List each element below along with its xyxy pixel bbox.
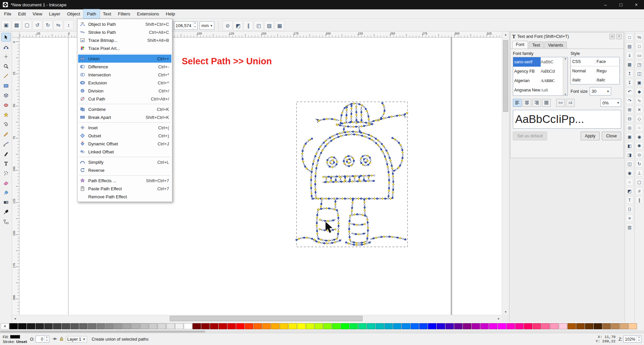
tool-text[interactable] bbox=[1, 159, 11, 168]
text-horizontal-button[interactable]: A bbox=[556, 99, 565, 107]
menu-layer[interactable]: Layer bbox=[46, 9, 64, 18]
palette-swatch[interactable] bbox=[350, 323, 358, 329]
palette-swatch[interactable] bbox=[506, 323, 515, 329]
palette-swatch[interactable] bbox=[149, 323, 157, 329]
font-style-list[interactable]: CSSFaceNormalReguItalicItalic bbox=[571, 57, 620, 84]
import-icon[interactable]: ↥ bbox=[626, 70, 633, 77]
tab-font[interactable]: Font bbox=[512, 41, 528, 49]
snap-bounding-box-icon[interactable]: □ bbox=[636, 43, 643, 50]
palette-swatch[interactable] bbox=[18, 323, 26, 329]
duplicate-icon[interactable]: ◧ bbox=[626, 142, 633, 149]
select-all-icon[interactable]: ▣ bbox=[1, 20, 11, 30]
palette-swatch[interactable] bbox=[210, 323, 218, 329]
menu-item-difference[interactable]: DifferenceCtrl+- bbox=[78, 63, 171, 71]
palette-swatch[interactable] bbox=[70, 323, 79, 329]
tool-paint-bucket[interactable] bbox=[1, 188, 11, 197]
last-set-style-icon[interactable]: ◩ bbox=[233, 21, 243, 30]
palette-swatch[interactable] bbox=[27, 323, 35, 329]
snap-smooth-nodes-icon[interactable]: ○ bbox=[636, 124, 643, 131]
palette-swatch[interactable] bbox=[201, 323, 210, 329]
menu-item-combine[interactable]: CombineCtrl+K bbox=[78, 105, 171, 113]
palette-swatch[interactable] bbox=[419, 323, 428, 329]
tool-connector[interactable] bbox=[1, 217, 11, 226]
vertical-scroll-thumb[interactable] bbox=[503, 40, 508, 112]
zoom-page-icon[interactable]: ▣ bbox=[626, 133, 633, 140]
palette-swatch[interactable] bbox=[219, 323, 227, 329]
menu-view[interactable]: View bbox=[29, 9, 46, 18]
vertical-ruler[interactable]: 0255075100125150175200 bbox=[12, 38, 19, 315]
palette-swatch[interactable] bbox=[341, 323, 349, 329]
palette-swatch[interactable] bbox=[53, 323, 61, 329]
menu-item-exclusion[interactable]: ExclusionCtrl+^ bbox=[78, 79, 171, 87]
tool-gradient[interactable] bbox=[1, 198, 11, 207]
deselect-icon[interactable]: ▢ bbox=[22, 20, 32, 30]
paste-icon[interactable]: ⊟ bbox=[626, 115, 633, 122]
menu-item-object-to-path[interactable]: Object to PathShift+Ctrl+C bbox=[78, 20, 171, 28]
palette-swatch[interactable] bbox=[498, 323, 506, 329]
palette-swatch[interactable] bbox=[629, 323, 637, 329]
tool-tweak[interactable] bbox=[1, 52, 11, 61]
palette-swatch[interactable] bbox=[280, 323, 288, 329]
palette-swatch[interactable] bbox=[9, 323, 18, 329]
scale-rounded-corners-icon[interactable]: ◰ bbox=[254, 21, 264, 30]
palette-swatch[interactable] bbox=[123, 323, 131, 329]
palette-swatch[interactable] bbox=[245, 323, 253, 329]
tool-spiral[interactable] bbox=[1, 120, 11, 129]
palette-scroll-thumb[interactable] bbox=[0, 331, 205, 333]
layer-selector[interactable]: Layer 1 ▼ bbox=[66, 336, 88, 343]
fill-stroke-indicator[interactable]: Fill: Stroke:Unset bbox=[3, 335, 27, 344]
snap-cusp-nodes-icon[interactable]: ◇ bbox=[636, 115, 643, 122]
palette-swatch[interactable] bbox=[602, 323, 611, 329]
palette-swatch[interactable] bbox=[332, 323, 340, 329]
tool-node-editor[interactable] bbox=[1, 43, 11, 51]
align-center-button[interactable] bbox=[523, 99, 531, 107]
flip-horizontal-icon[interactable]: ⇋ bbox=[53, 20, 63, 30]
palette-swatch[interactable] bbox=[515, 323, 524, 329]
palette-swatch[interactable] bbox=[550, 323, 558, 329]
font-size-combo[interactable]: 30 ▼ bbox=[590, 87, 611, 95]
menu-item-simplify[interactable]: SimplifyCtrl+L bbox=[78, 158, 171, 166]
horizontal-scroll-thumb[interactable] bbox=[170, 316, 363, 321]
snap-bbox-centers-icon[interactable]: ▣ bbox=[636, 79, 643, 86]
menu-item-union[interactable]: UnionCtrl++ bbox=[78, 55, 171, 63]
tool-bezier-pen[interactable] bbox=[1, 140, 11, 148]
palette-swatch[interactable] bbox=[376, 323, 384, 329]
menu-item-reverse[interactable]: Reverse bbox=[78, 166, 171, 174]
new-document-icon[interactable]: □ bbox=[626, 33, 633, 41]
menu-item-dynamic-offset[interactable]: Dynamic OffsetCtrl+J bbox=[78, 140, 171, 148]
create-clone-icon[interactable]: ◨ bbox=[626, 151, 633, 158]
snap-enable-icon[interactable]: % bbox=[636, 33, 643, 41]
palette-swatch[interactable] bbox=[594, 323, 602, 329]
y-spinner[interactable]: ▲▼ bbox=[193, 22, 197, 29]
maximize-button[interactable]: □ bbox=[613, 0, 629, 9]
palette-swatch[interactable] bbox=[489, 323, 497, 329]
undo-icon[interactable]: ↶ bbox=[626, 88, 633, 95]
font-family-option[interactable]: Agency FBAaBbCcIi bbox=[513, 67, 563, 76]
palette-swatch[interactable] bbox=[411, 323, 419, 329]
font-style-option[interactable]: NormalRegu bbox=[571, 66, 620, 75]
ruler-corner[interactable] bbox=[12, 31, 19, 38]
copy-icon[interactable]: ⊞ bbox=[626, 106, 633, 113]
menu-item-intersection[interactable]: IntersectionCtrl+* bbox=[78, 71, 171, 79]
font-list-scrollbar[interactable]: ▲▼ bbox=[563, 57, 568, 95]
palette-swatch[interactable] bbox=[105, 323, 114, 329]
menu-item-outset[interactable]: OutsetCtrl+) bbox=[78, 132, 171, 140]
palette-swatch[interactable] bbox=[97, 323, 105, 329]
opacity-value[interactable]: 0 bbox=[36, 337, 45, 342]
tool-rectangle[interactable] bbox=[1, 81, 11, 90]
align-distribute-icon[interactable]: ≡ bbox=[626, 214, 633, 222]
y-coordinate-field[interactable]: 106,574 ▲▼ bbox=[174, 21, 198, 30]
menu-help[interactable]: Help bbox=[162, 9, 178, 18]
palette-swatch[interactable] bbox=[254, 323, 262, 329]
align-left-button[interactable] bbox=[513, 99, 522, 107]
palette-swatch[interactable] bbox=[88, 323, 96, 329]
ungroup-icon[interactable]: ○ bbox=[626, 178, 633, 186]
menu-filters[interactable]: Filters bbox=[114, 9, 133, 18]
layer-visibility-eye-icon[interactable] bbox=[52, 336, 57, 342]
palette-swatch[interactable] bbox=[541, 323, 550, 329]
open-document-icon[interactable]: ▤ bbox=[626, 43, 633, 50]
font-family-option[interactable]: sans-serifAaBbC bbox=[513, 57, 563, 67]
rotate-90-cw-icon[interactable]: ↻ bbox=[43, 20, 53, 30]
palette-swatch[interactable] bbox=[79, 323, 88, 329]
tab-text[interactable]: Text bbox=[529, 42, 544, 49]
